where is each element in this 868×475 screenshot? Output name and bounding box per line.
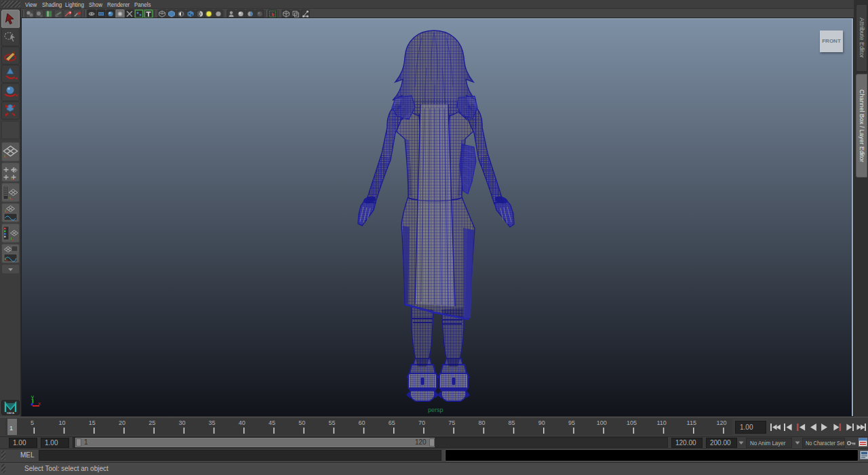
svg-text:120: 120 bbox=[716, 419, 726, 426]
svg-text:80: 80 bbox=[478, 419, 485, 426]
svg-text:65: 65 bbox=[389, 419, 395, 426]
svg-text:50: 50 bbox=[298, 419, 305, 426]
svg-text:90: 90 bbox=[538, 419, 545, 426]
svg-text:y: y bbox=[31, 394, 34, 400]
svg-text:35: 35 bbox=[209, 419, 216, 426]
svg-text:55: 55 bbox=[328, 419, 335, 426]
svg-text:45: 45 bbox=[269, 419, 275, 426]
svg-text:105: 105 bbox=[627, 419, 637, 426]
svg-text:15: 15 bbox=[89, 419, 96, 426]
svg-text:60: 60 bbox=[359, 419, 366, 426]
svg-text:85: 85 bbox=[509, 419, 515, 426]
svg-text:95: 95 bbox=[568, 419, 575, 426]
svg-text:70: 70 bbox=[418, 419, 425, 426]
svg-text:100: 100 bbox=[597, 419, 607, 426]
svg-text:75: 75 bbox=[448, 419, 455, 426]
svg-text:20: 20 bbox=[119, 419, 125, 426]
svg-text:x: x bbox=[38, 400, 41, 407]
svg-text:25: 25 bbox=[149, 419, 155, 426]
svg-text:5: 5 bbox=[31, 419, 34, 426]
svg-text:110: 110 bbox=[656, 419, 666, 426]
svg-text:115: 115 bbox=[687, 419, 696, 426]
svg-text:40: 40 bbox=[239, 419, 245, 426]
svg-text:30: 30 bbox=[178, 419, 185, 426]
svg-text:MAYA: MAYA bbox=[7, 411, 14, 415]
svg-text:10: 10 bbox=[59, 419, 66, 426]
